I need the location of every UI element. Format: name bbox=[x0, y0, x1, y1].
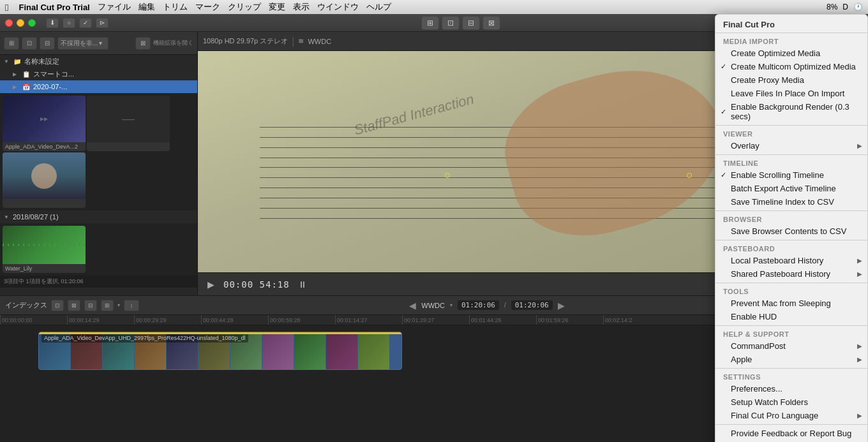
menu-item-language[interactable]: Final Cut Pro Language bbox=[715, 409, 867, 422]
traffic-lights bbox=[5, 19, 36, 27]
lock-btn[interactable]: ○ bbox=[63, 18, 75, 28]
menu-item-watch-folders[interactable]: Setup Watch Folders bbox=[715, 395, 867, 409]
menu-divider-6 bbox=[715, 325, 867, 326]
menu-trim[interactable]: トリム bbox=[163, 1, 188, 13]
index-label[interactable]: インデックス bbox=[5, 300, 47, 310]
menu-item-overlay[interactable]: Overlay bbox=[715, 139, 867, 152]
title-icon-btn-toolbar[interactable]: ⊠ bbox=[483, 16, 500, 30]
date-group[interactable]: ▼ 2018/08/27 (1) bbox=[0, 210, 197, 223]
thumbnail-2[interactable]: — bbox=[87, 96, 170, 151]
timecode-display: 00:00 54:18 bbox=[223, 279, 290, 290]
sidebar-item-smart[interactable]: ▶ 📋 スマートコ... bbox=[0, 68, 197, 80]
menu-item-prevent-sleep[interactable]: Prevent Mac from Sleeping bbox=[715, 297, 867, 310]
menu-item-batch-export[interactable]: Batch Export Active Timeline bbox=[715, 182, 867, 195]
sidebar-filter-label: 不採用を非... bbox=[61, 39, 98, 48]
photo-icon-btn[interactable]: ⊡ bbox=[442, 16, 460, 30]
menu-item-save-browser-csv[interactable]: Save Browser Contents to CSV bbox=[715, 225, 867, 238]
menu-mark[interactable]: マーク bbox=[195, 1, 220, 13]
menu-edit[interactable]: 編集 bbox=[138, 1, 155, 13]
thumbnail-3[interactable] bbox=[3, 152, 86, 208]
menu-item-apple[interactable]: Apple bbox=[715, 353, 867, 366]
sidebar-filter-dropdown[interactable]: 不採用を非... ▾ bbox=[57, 37, 108, 50]
menu-item-create-proxy[interactable]: Create Proxy Media bbox=[715, 73, 867, 87]
tl-btn-1[interactable]: ⊡ bbox=[51, 300, 64, 311]
menu-clip[interactable]: クリップ bbox=[228, 1, 261, 13]
expand-arrow-date-group: ▼ bbox=[4, 214, 10, 220]
menu-item-enable-hud[interactable]: Enable HUD bbox=[715, 310, 867, 323]
menu-item-scrolling-timeline[interactable]: ✓ Enable Scrolling Timeline bbox=[715, 168, 867, 182]
checkmark-btn[interactable]: ✓ bbox=[79, 18, 92, 28]
staff-line-9 bbox=[260, 208, 754, 209]
dropdown-menu: Final Cut Pro MEDIA IMPORT Create Optimi… bbox=[715, 14, 868, 442]
import-btn[interactable]: ⬇ bbox=[46, 18, 59, 28]
maximize-button[interactable] bbox=[28, 19, 36, 27]
menu-divider-3 bbox=[715, 210, 867, 211]
media-icon-btn[interactable]: ⊞ bbox=[421, 16, 439, 30]
create-optimized-label: Create Optimized Media bbox=[731, 48, 820, 58]
pause-btn[interactable]: ⏸ bbox=[295, 277, 310, 292]
clip-selected-indicator bbox=[39, 332, 401, 334]
tl-next-btn[interactable]: ▶ bbox=[558, 300, 565, 311]
menu-item-preferences[interactable]: Preferences... bbox=[715, 382, 867, 395]
menu-help[interactable]: ヘルプ bbox=[366, 1, 391, 13]
menu-view[interactable]: 表示 bbox=[293, 1, 310, 13]
close-button[interactable] bbox=[5, 19, 13, 27]
clip-thumb-11 bbox=[358, 332, 390, 369]
media-import-title: MEDIA IMPORT bbox=[715, 35, 867, 47]
date-label: 2020-07-... bbox=[33, 83, 67, 91]
menu-window[interactable]: ウインドウ bbox=[317, 1, 359, 13]
menu-item-background-render[interactable]: ✓ Enable Background Render (0.3 secs) bbox=[715, 100, 867, 123]
create-proxy-label: Create Proxy Media bbox=[731, 75, 804, 85]
menu-item-commandpost[interactable]: CommandPost bbox=[715, 339, 867, 353]
tl-btn-4[interactable]: ⊞ bbox=[101, 300, 114, 311]
main-clip[interactable]: Apple_ADA_Video_DevApp_UHD_2997fps_ProRe… bbox=[38, 332, 402, 370]
apple-menu-icon[interactable]:  bbox=[5, 2, 8, 13]
menu-item-create-optimized[interactable]: Create Optimized Media bbox=[715, 47, 867, 60]
viewer-title: VIEWER bbox=[715, 128, 867, 139]
timeline-outpoint: 01:20:06 bbox=[511, 300, 553, 310]
thumbnail-1[interactable]: ▶▶ Apple_ADA_Video_DevA...2 bbox=[3, 96, 86, 151]
sidebar-item-date[interactable]: ▶ 📅 2020-07-... bbox=[0, 80, 197, 93]
help-support-title: HELP & SUPPORT bbox=[715, 328, 867, 339]
expand-label[interactable]: 機能拡張を開く bbox=[153, 39, 193, 47]
menu-file[interactable]: ファイル bbox=[98, 1, 131, 13]
sidebar-import-btn[interactable]: ⊟ bbox=[40, 37, 55, 50]
sidebar-item-library[interactable]: ▼ 📁 名称未設定 bbox=[0, 55, 197, 68]
sidebar-toolbar: ⊞ ⊡ ⊟ 不採用を非... ▾ ⊠ 機能拡張を開く bbox=[0, 32, 197, 55]
menu-item-leave-files[interactable]: Leave Files In Place On Import bbox=[715, 87, 867, 100]
menu-item-local-pasteboard[interactable]: Local Pasteboard History bbox=[715, 254, 867, 267]
tl-arrow-btn[interactable]: ↕ bbox=[124, 300, 139, 311]
audio-icon-btn[interactable]: ⊟ bbox=[462, 16, 480, 30]
menu-change[interactable]: 変更 bbox=[269, 1, 285, 13]
save-timeline-csv-label: Save Timeline Index to CSV bbox=[731, 197, 834, 207]
tl-btn-2[interactable]: ⊠ bbox=[68, 300, 80, 311]
app-name[interactable]: Final Cut Pro Trial bbox=[19, 3, 89, 12]
minimize-button[interactable] bbox=[17, 19, 24, 27]
clip-thumb-10 bbox=[326, 332, 358, 369]
tl-prev-btn[interactable]: ◀ bbox=[409, 300, 416, 311]
browser-title: BROWSER bbox=[715, 213, 867, 225]
user-icon: D bbox=[842, 3, 848, 11]
water-lily-thumb[interactable]: Water_Lily bbox=[3, 226, 86, 273]
menu-item-save-timeline-csv[interactable]: Save Timeline Index to CSV bbox=[715, 195, 867, 209]
menu-item-create-multicom[interactable]: ✓ Create Multicom Optimized Media bbox=[715, 60, 867, 73]
tl-btn-3[interactable]: ⊟ bbox=[84, 300, 97, 311]
multicom-checkmark: ✓ bbox=[721, 63, 726, 71]
skip-btn[interactable]: ⊳ bbox=[96, 18, 108, 28]
sidebar-grid-btn[interactable]: ⊞ bbox=[4, 37, 19, 50]
ruler-mark-7: 00:01:44:26 bbox=[469, 315, 536, 325]
menu-item-feedback[interactable]: Provide Feedback or Report Bug bbox=[715, 427, 867, 440]
thumbnail-label-1: Apple_ADA_Video_DevA...2 bbox=[3, 142, 86, 151]
sidebar-clip-btn[interactable]: ⊡ bbox=[22, 37, 37, 50]
menu-divider-4 bbox=[715, 240, 867, 240]
bg-render-checkmark: ✓ bbox=[721, 108, 726, 116]
menu-item-shared-pasteboard[interactable]: Shared Pasteboard History bbox=[715, 267, 867, 281]
ruler-mark-0: 00:00:00:00 bbox=[0, 315, 67, 325]
feedback-label: Provide Feedback or Report Bug bbox=[731, 429, 851, 438]
local-pasteboard-label: Local Pasteboard History bbox=[731, 256, 823, 265]
library-icon: 📁 bbox=[13, 57, 22, 66]
background-render-label: Enable Background Render (0.3 secs) bbox=[731, 102, 860, 121]
play-btn[interactable]: ▶ bbox=[203, 277, 218, 292]
thumbnail-img-3 bbox=[3, 152, 86, 199]
expand-btn[interactable]: ⊠ bbox=[135, 37, 151, 50]
